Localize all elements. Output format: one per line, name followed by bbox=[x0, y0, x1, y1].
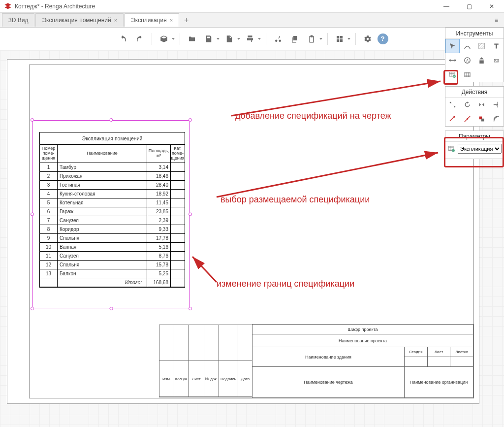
svg-text:A: A bbox=[466, 59, 469, 63]
title-block: Изм. Кол.уч. Лист № док. Подпись Дата Ши… bbox=[252, 324, 473, 398]
app-logo-icon bbox=[4, 2, 12, 10]
sheets-label: Листов bbox=[450, 347, 473, 357]
save-button[interactable] bbox=[202, 32, 216, 46]
document-tabs: 3D Вид Экспликация помещений× Экспликаци… bbox=[0, 13, 504, 28]
settings-button[interactable] bbox=[361, 32, 375, 46]
table-row: 2Прихожая18,46 bbox=[40, 172, 185, 181]
tab-label: Экспликация помещений bbox=[42, 17, 111, 24]
action-extend[interactable] bbox=[445, 112, 460, 126]
cut-button[interactable] bbox=[271, 32, 285, 46]
add-tab-button[interactable]: + bbox=[180, 14, 192, 27]
styles-button[interactable] bbox=[333, 32, 346, 46]
right-panels: Инструменты A А1 Действия bbox=[445, 28, 504, 163]
drawing-name: Наименование чертежа bbox=[252, 367, 404, 397]
panel-title: Действия bbox=[445, 87, 504, 98]
select-tool[interactable] bbox=[445, 39, 460, 53]
copy-button[interactable] bbox=[288, 32, 302, 46]
stage-sheet-block: СтадияЛистЛистов bbox=[404, 347, 473, 367]
table-footer: Итого: 168,68 bbox=[40, 278, 185, 287]
drawing-canvas[interactable]: Изм. Кол.уч. Лист № док. Подпись Дата Ши… bbox=[0, 50, 504, 427]
table-row: 11Санузел8,76 bbox=[40, 252, 185, 261]
close-icon[interactable]: × bbox=[114, 17, 117, 23]
action-mirror[interactable] bbox=[474, 98, 489, 112]
col-date: Дата bbox=[238, 361, 252, 397]
specification-table[interactable]: Экспликация помещений Номер поме-щения Н… bbox=[39, 132, 185, 288]
col-area: Площадь, м² bbox=[147, 145, 171, 163]
col-list: Лист bbox=[189, 361, 204, 397]
action-copy[interactable] bbox=[474, 112, 489, 126]
table-caption: Экспликация помещений bbox=[40, 132, 185, 145]
table-row: 1Тамбур3,14 bbox=[40, 163, 185, 172]
resize-handle-tr[interactable] bbox=[189, 118, 192, 122]
svg-rect-12 bbox=[481, 119, 484, 122]
resize-handle-bl[interactable] bbox=[31, 307, 34, 310]
table-tool[interactable] bbox=[460, 67, 474, 82]
axis-tool[interactable]: A bbox=[460, 53, 474, 67]
action-offset[interactable] bbox=[489, 112, 504, 126]
titlebar: Коттедж* - Renga Architecture — ▢ ✕ bbox=[0, 0, 504, 13]
callout-select-spec: выбор размещаемой спецификации bbox=[220, 195, 437, 205]
maximize-button[interactable]: ▢ bbox=[461, 0, 477, 13]
table-row: 9Спальня17,78 bbox=[40, 234, 185, 243]
tools-panel: Инструменты A А1 bbox=[445, 28, 504, 82]
undo-button[interactable] bbox=[116, 32, 130, 46]
action-break[interactable] bbox=[460, 112, 474, 126]
col-doc: № док. bbox=[204, 361, 219, 397]
actions-panel: Действия bbox=[445, 86, 504, 127]
elevation-tool[interactable] bbox=[474, 53, 489, 67]
col-kol: Кол.уч. bbox=[174, 361, 189, 397]
resize-handle-br[interactable] bbox=[189, 307, 192, 310]
paste-button[interactable] bbox=[305, 32, 318, 46]
table-row: 8Коридор9,33 bbox=[40, 225, 185, 234]
hatch-tool[interactable] bbox=[474, 39, 489, 53]
resize-handle-tm[interactable] bbox=[110, 118, 113, 122]
print-button[interactable] bbox=[243, 32, 257, 46]
sheet-label: Лист bbox=[428, 347, 451, 357]
marker-tool[interactable]: А1 bbox=[489, 53, 504, 67]
panel-title: Параметры bbox=[445, 131, 504, 142]
tab-label: 3D Вид bbox=[8, 17, 28, 24]
parameters-panel: Параметры Экспликация bbox=[445, 131, 504, 159]
view-mode-button[interactable] bbox=[157, 32, 171, 46]
svg-rect-7 bbox=[464, 72, 470, 77]
resize-handle-tl[interactable] bbox=[31, 118, 34, 122]
stage-label: Стадия bbox=[405, 347, 428, 357]
spec-select[interactable]: Экспликация bbox=[458, 144, 502, 154]
action-rotate[interactable] bbox=[460, 98, 474, 112]
col-name: Наименование bbox=[58, 145, 147, 163]
minimize-button[interactable]: — bbox=[438, 0, 455, 13]
text-tool[interactable] bbox=[489, 39, 504, 53]
action-trim[interactable] bbox=[489, 98, 504, 112]
open-button[interactable] bbox=[185, 32, 199, 46]
table-row: 10Ванная5,16 bbox=[40, 243, 185, 252]
tab-label: Экспликация bbox=[131, 17, 166, 24]
export-button[interactable] bbox=[222, 32, 236, 46]
resize-handle-ml[interactable] bbox=[31, 213, 34, 216]
window-title: Коттедж* - Renga Architecture bbox=[15, 3, 438, 10]
project-name: Наименование проекта bbox=[252, 334, 473, 347]
tab-3d-view[interactable]: 3D Вид bbox=[2, 13, 34, 27]
close-button[interactable]: ✕ bbox=[483, 0, 500, 13]
tabs-menu-icon[interactable]: ≡ bbox=[491, 15, 502, 26]
col-sign: Подпись bbox=[219, 361, 238, 397]
tab-explication-rooms[interactable]: Экспликация помещений× bbox=[35, 13, 124, 27]
spec-insert-tool[interactable] bbox=[445, 67, 460, 82]
footer-total: 168,68 bbox=[147, 278, 171, 287]
close-icon[interactable]: × bbox=[170, 17, 173, 23]
table-row: 3Гостиная28,40 bbox=[40, 181, 185, 190]
resize-handle-mr[interactable] bbox=[189, 213, 192, 216]
table-row: 12Спальня15,78 bbox=[40, 261, 185, 269]
line-tool[interactable] bbox=[460, 39, 474, 53]
table-row: 5Котельная11,45 bbox=[40, 198, 185, 207]
project-code: Шифр проекта bbox=[252, 325, 473, 334]
col-izm: Изм. bbox=[159, 361, 174, 397]
action-move[interactable] bbox=[445, 98, 460, 112]
tab-explication[interactable]: Экспликация× bbox=[125, 13, 179, 27]
resize-handle-bm[interactable] bbox=[110, 307, 113, 310]
help-button[interactable]: ? bbox=[378, 33, 388, 44]
callout-resize-spec: изменение границ спецификации bbox=[217, 279, 433, 289]
redo-button[interactable] bbox=[133, 32, 147, 46]
table-row: 4Кухня-столовая18,92 bbox=[40, 190, 185, 198]
table-row: 13Балкон5,25 bbox=[40, 269, 185, 278]
dimension-tool[interactable] bbox=[445, 53, 460, 67]
